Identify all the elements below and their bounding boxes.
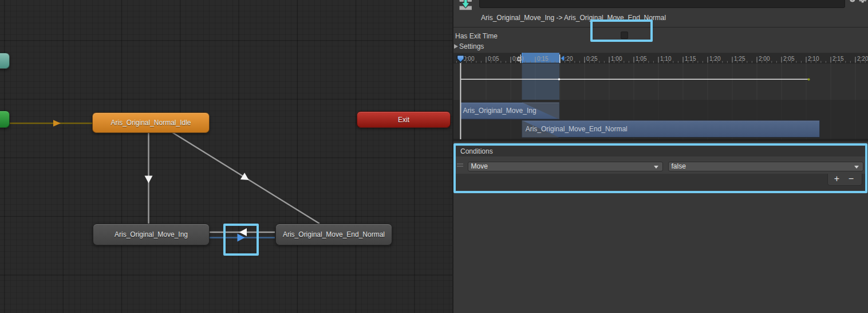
ruler-label: 2:10 [808,56,819,62]
inspector-header: Aris_Original_Move_Ing -> Aris_Original_… [453,0,868,27]
ruler-label: 2:15 [833,56,844,62]
has-exit-time-label: Has Exit Time [455,32,498,40]
node-default-state-label: Aris_Original_Normal_Idle [111,119,191,127]
timeline-bottom-strip [453,139,868,142]
ruler-label: 1:10 [660,56,672,62]
annotation-box-has-exit-time [590,19,653,42]
gear-icon[interactable] [859,0,866,3]
transition-timeline[interactable]: 0:000:050:100:150:200:251:001:051:101:15… [453,53,868,142]
settings-row[interactable]: Settings [453,42,868,51]
transition-icon [460,0,472,10]
transition-band [522,63,560,100]
annotation-box-conditions [453,143,867,193]
unity-editor: Aris_Original_Normal_Idle Exit Aris_Orig… [0,0,868,313]
blend-curve-end-key[interactable] [807,78,810,80]
node-exit-label: Exit [398,116,409,124]
animator-graph-panel[interactable]: Aris_Original_Normal_Idle Exit Aris_Orig… [0,0,452,313]
transition-arrow-idle-to-moveend[interactable] [240,173,251,183]
node-move-ing-label: Aris_Original_Move_Ing [115,230,188,238]
inspector-panel: Aris_Original_Move_Ing -> Aris_Original_… [452,0,868,313]
ruler-label: 2:05 [783,56,795,62]
ruler-label: 2:20 [857,56,868,62]
node-entry[interactable] [0,111,10,128]
clip-bar-move-end-label: Aris_Original_Move_End_Normal [526,125,628,133]
clip-bar-move-ing[interactable]: Aris_Original_Move_Ing [460,103,559,120]
ruler-label: 1:25 [734,56,745,62]
settings-label: Settings [459,42,484,50]
clip-bar-move-end[interactable]: Aris_Original_Move_End_Normal [522,120,820,138]
transition-arrow-idle-to-moveing[interactable] [145,176,153,183]
ruler-label: 0:25 [586,56,598,62]
ruler-label: 1:00 [611,56,622,62]
has-exit-time-row: Has Exit Time [453,30,868,41]
annotation-box-transition-arrows [223,224,259,256]
ruler-label: 0:00 [463,56,475,62]
ruler-label: 2:00 [759,56,770,62]
ruler-label: 1:15 [685,56,696,62]
node-move-ing[interactable]: Aris_Original_Move_Ing [93,224,210,245]
node-move-end[interactable]: Aris_Original_Move_End_Normal [275,224,392,245]
ruler-label: 0:15 [537,56,549,62]
transition-arrow-entry-to-idle[interactable] [53,120,61,127]
ruler-label: 0:05 [488,56,499,62]
node-default-state[interactable]: Aris_Original_Normal_Idle [92,112,210,133]
transition-edges-layer [0,0,452,313]
ruler-label: 1:20 [709,56,721,62]
timeline-curve-area [453,63,868,100]
node-any-state[interactable] [0,53,10,69]
ruler-label: 1:05 [636,56,647,62]
node-exit[interactable]: Exit [357,111,451,128]
node-move-end-label: Aris_Original_Move_End_Normal [283,230,385,238]
blend-curve-key[interactable] [558,78,561,80]
clip-bar-move-ing-label: Aris_Original_Move_Ing [463,107,536,115]
foldout-arrow-icon[interactable] [454,44,458,49]
transition-timeline-canvas: 0:000:050:100:150:200:251:001:051:101:15… [453,53,868,142]
help-icon[interactable] [850,0,855,2]
inspector-separator [453,27,868,28]
